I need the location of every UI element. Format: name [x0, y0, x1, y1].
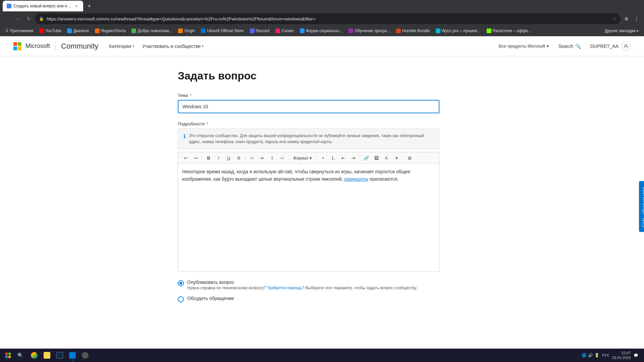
format-chevron: ▾ [310, 156, 312, 161]
all-products-button[interactable]: Все продукты Microsoft ▾ [499, 44, 549, 49]
bullet-list-button[interactable]: • [318, 154, 328, 162]
bookmark-forum-label: Форум социально... [306, 28, 342, 33]
publish-question-option[interactable]: Опубликовать вопрос Нужна справка по тех… [178, 280, 466, 290]
details-required: * [207, 121, 208, 126]
user-name: DUPRET_AA [590, 44, 619, 49]
bookmark-apps-label: Приложения [10, 28, 33, 33]
active-tab[interactable]: Создать новый вопрос или на... ✕ [3, 1, 83, 11]
bookmark-wycc[interactable]: Wycc.pro – лучшее... [433, 26, 483, 35]
italic-button[interactable]: I [214, 154, 223, 162]
humble-favicon [396, 28, 401, 33]
bookmark-discord[interactable]: Discord [247, 26, 272, 35]
back-button[interactable]: ← [3, 14, 12, 23]
toolbar-sep-4 [316, 155, 317, 161]
bookmark-wycc-label: Wycc.pro – лучшее... [442, 28, 480, 33]
discuss-option[interactable]: Обсудить обращение [178, 296, 466, 302]
align-justify-button[interactable]: ⇨ [277, 154, 287, 162]
bookmark-razer[interactable]: Razerzone – оффи... [484, 26, 534, 35]
indent-increase-button[interactable]: ⇥ [348, 154, 358, 162]
bookmark-humble-label: Humble Bundle [402, 28, 430, 33]
bookmark-razer-label: Razerzone – оффи... [493, 28, 531, 33]
discuss-radio[interactable] [178, 296, 184, 302]
microsoft-logo[interactable]: Microsoft [13, 42, 50, 50]
info-icon: ℹ [183, 133, 185, 139]
ms-logo-green [18, 42, 21, 46]
undo-button[interactable]: ↩ [181, 154, 190, 162]
link-button[interactable]: 🔗 [362, 154, 371, 162]
details-label: Подробности * [178, 121, 466, 126]
search-label: Search [558, 44, 573, 49]
requires-help-link[interactable]: Требуется помощь? [267, 286, 304, 290]
reload-button[interactable]: ↻ [24, 14, 34, 23]
publish-question-radio[interactable] [178, 280, 184, 286]
align-center-button[interactable]: ⇔ [257, 154, 267, 162]
bookmark-dobro[interactable]: Добро пожалова... [129, 26, 175, 35]
image-button[interactable]: 🖼 [372, 154, 381, 162]
indent-decrease-button[interactable]: ⇤ [338, 154, 348, 162]
participate-nav[interactable]: Участвовать в сообществе ▾ [140, 42, 207, 50]
user-area[interactable]: DUPRET_AA [590, 42, 631, 51]
align-right-button[interactable]: ⇧ [267, 154, 277, 162]
other-bookmarks[interactable]: Другие закладки ▸ [602, 26, 641, 35]
format-label: Формат [293, 156, 309, 161]
bookmark-origin[interactable]: Origin [175, 26, 198, 35]
bold-button[interactable]: B [204, 154, 213, 162]
bookmark-apps[interactable]: ⠿ Приложения [3, 26, 36, 35]
editor-text: Некоторое время назад, когда я использую… [182, 169, 410, 182]
ms-logo-blue [13, 47, 17, 50]
star-icon[interactable]: ☆ [612, 16, 616, 21]
editor-link[interactable]: скриншоты [344, 176, 368, 182]
bookmark-youtube[interactable]: YouTube [37, 26, 64, 35]
discord-favicon [250, 28, 255, 33]
feedback-tab[interactable]: Сайт - обратная связь [639, 181, 644, 232]
redo-button[interactable]: ↪ [191, 154, 200, 162]
font-color-button[interactable]: A [382, 154, 391, 162]
strikethrough-button[interactable]: S [234, 154, 244, 162]
publish-question-content: Опубликовать вопрос Нужна справка по тех… [187, 280, 417, 290]
tab-close-button[interactable]: ✕ [74, 3, 79, 9]
categories-nav[interactable]: Категории ▾ [106, 42, 137, 50]
bookmark-dialogi[interactable]: Диалоги [64, 26, 91, 35]
sublabel-text: Нужна справка по техническому вопросу? [187, 286, 266, 290]
new-tab-button[interactable]: + [85, 1, 94, 11]
bookmark-career[interactable]: Career [273, 26, 297, 35]
numbered-list-button[interactable]: 1. [328, 154, 338, 162]
nav-right-buttons: ⚙ ⋮ [622, 14, 641, 23]
all-products-label: Все продукты Microsoft [499, 44, 545, 49]
obuch-favicon [348, 28, 353, 33]
ms-logo-icon [13, 42, 21, 50]
underline-button[interactable]: U [224, 154, 233, 162]
discuss-label: Обсудить обращение [187, 296, 234, 301]
font-color-chevron[interactable]: ▾ [392, 154, 401, 162]
categories-label: Категории [109, 44, 131, 49]
address-bar[interactable]: 🔒 https://answers.microsoft.com/ru-ru/ne… [35, 13, 621, 24]
bookmark-obuch[interactable]: Обучение програ... [346, 26, 393, 35]
dobro-favicon [131, 28, 136, 33]
bookmark-ubisoft[interactable]: Ubisoft Official Store [198, 26, 246, 35]
participate-label: Участвовать в сообществе [142, 44, 201, 49]
tab-favicon [7, 4, 11, 8]
other-bookmarks-chevron: ▸ [637, 29, 639, 33]
editor-content-area[interactable]: Некоторое время назад, когда я использую… [178, 164, 439, 271]
extensions-icon[interactable]: ⚙ [622, 14, 631, 23]
bookmark-yandex[interactable]: ЯндексПочта [92, 26, 128, 35]
forward-button[interactable]: → [13, 14, 23, 23]
privacy-info-box: ℹ Это открытое сообщество. Для защиты ва… [178, 128, 439, 149]
bookmark-forum[interactable]: Форум социально... [297, 26, 345, 35]
page-content: Microsoft Community Категории ▾ Участвов… [0, 36, 644, 338]
rich-text-editor: ↩ ↪ B I U S ⇦ ⇔ ⇧ ⇨ Формат ▾ [178, 152, 439, 272]
align-left-button[interactable]: ⇦ [247, 154, 257, 162]
razer-favicon [487, 28, 491, 33]
search-button[interactable]: Search 🔍 [554, 42, 585, 51]
bookmark-humble[interactable]: Humble Bundle [393, 26, 432, 35]
table-button[interactable]: ⊞ [405, 154, 414, 162]
ms-logo-red [13, 42, 17, 46]
format-dropdown[interactable]: Формат ▾ [290, 154, 315, 162]
topic-form-group: Тема * [178, 93, 466, 113]
page-title: Задать вопрос [178, 70, 466, 82]
profile-icon[interactable]: ⋮ [632, 14, 641, 23]
topic-input[interactable] [178, 100, 439, 113]
participate-chevron: ▾ [202, 44, 204, 48]
community-label[interactable]: Community [61, 42, 98, 51]
other-bookmarks-label: Другие закладки [605, 28, 636, 33]
